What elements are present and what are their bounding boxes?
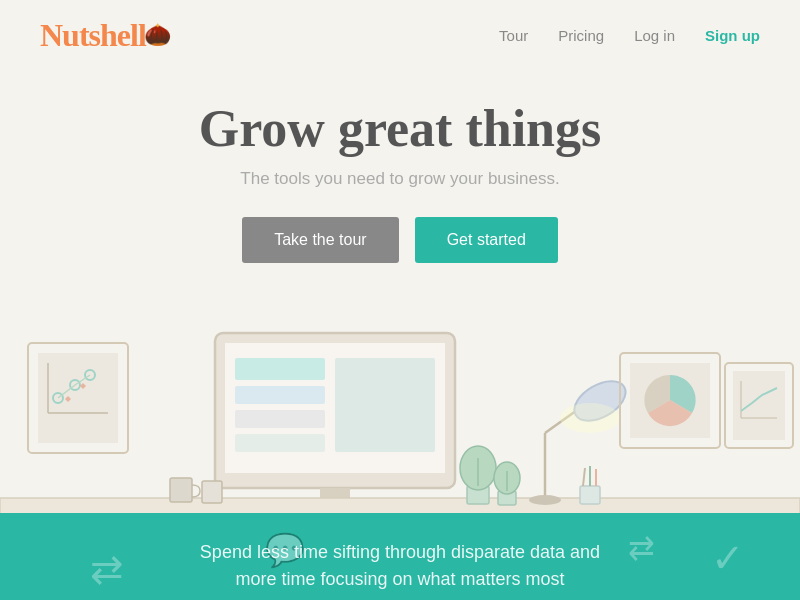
desk-illustration	[0, 303, 800, 513]
svg-rect-35	[580, 486, 600, 504]
bottom-section: ⇄ 💬 ⇄ ✓ Spend less time sifting through …	[0, 513, 800, 600]
svg-rect-27	[170, 478, 192, 502]
svg-point-42	[560, 403, 620, 433]
hero-buttons: Take the tour Get started	[40, 217, 760, 263]
check-icon: ✓	[711, 535, 745, 582]
svg-rect-12	[235, 358, 325, 380]
arrows2-icon: ⇄	[628, 529, 655, 567]
logo: Nutshell 🌰	[40, 17, 171, 54]
svg-rect-2	[38, 353, 118, 443]
svg-rect-22	[0, 498, 800, 513]
hero-title: Grow great things	[40, 100, 760, 157]
bottom-line2: more time focusing on what matters most	[200, 566, 600, 593]
svg-rect-15	[235, 434, 325, 452]
hero-subtitle: The tools you need to grow your business…	[40, 169, 760, 189]
bottom-text: Spend less time sifting through disparat…	[200, 539, 600, 593]
nav-pricing-link[interactable]: Pricing	[558, 27, 604, 44]
svg-rect-28	[202, 481, 222, 503]
nav-login-link[interactable]: Log in	[634, 27, 675, 44]
acorn-icon: 🌰	[144, 22, 171, 48]
logo-text: Nutshell	[40, 17, 146, 53]
arrows-icon: ⇄	[90, 546, 124, 593]
nav-tour-link[interactable]: Tour	[499, 27, 528, 44]
nav-signup-link[interactable]: Sign up	[705, 27, 760, 44]
hero-section: Grow great things The tools you need to …	[0, 70, 800, 303]
get-started-button[interactable]: Get started	[415, 217, 558, 263]
take-tour-button[interactable]: Take the tour	[242, 217, 399, 263]
svg-point-43	[529, 495, 561, 505]
bottom-line1: Spend less time sifting through disparat…	[200, 539, 600, 566]
svg-rect-16	[335, 358, 435, 452]
nav-links: Tour Pricing Log in Sign up	[499, 27, 760, 44]
svg-rect-13	[235, 386, 325, 404]
svg-rect-14	[235, 410, 325, 428]
navbar: Nutshell 🌰 Tour Pricing Log in Sign up	[0, 0, 800, 70]
